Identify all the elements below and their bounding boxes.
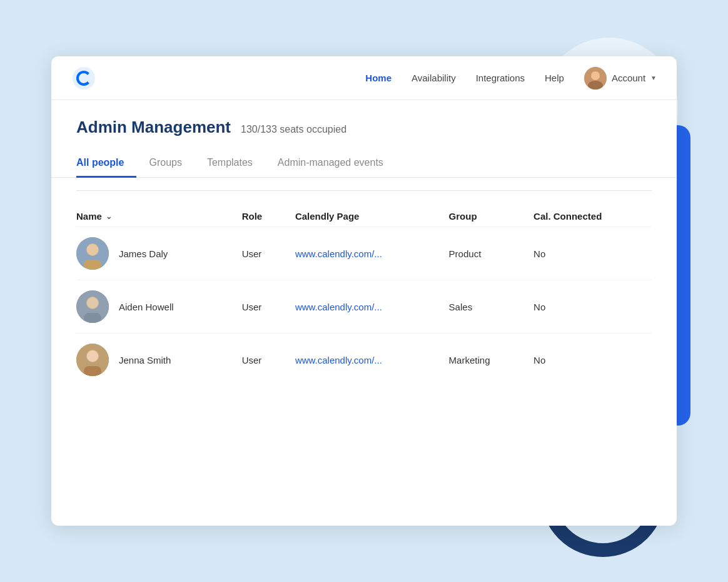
svg-rect-14 — [84, 366, 101, 376]
user-avatar-2 — [76, 344, 109, 376]
col-calendly-page: Calendly Page — [288, 206, 442, 227]
user-cell-2: Jenna Smith — [76, 334, 235, 387]
user-calendly-page-0[interactable]: www.calendly.com/... — [288, 227, 442, 280]
nav-home[interactable]: Home — [365, 73, 392, 83]
col-group: Group — [442, 206, 527, 227]
user-role-0: User — [235, 227, 288, 280]
nav-help[interactable]: Help — [545, 73, 564, 83]
page-title: Admin Management — [76, 118, 231, 137]
user-cal-connected-2: No — [526, 334, 652, 387]
user-group-2: Marketing — [442, 334, 527, 387]
tab-admin-managed-events[interactable]: Admin-managed events — [265, 150, 396, 178]
col-role: Role — [235, 206, 288, 227]
svg-point-11 — [87, 297, 98, 309]
people-table: Name ⌄ Role Calendly Page Group Cal. Con… — [76, 206, 652, 386]
svg-point-15 — [87, 350, 98, 362]
user-group-1: Sales — [442, 280, 527, 334]
chevron-down-icon: ▼ — [650, 74, 657, 81]
account-menu[interactable]: Account ▼ — [584, 67, 657, 89]
user-calendly-page-1[interactable]: www.calendly.com/... — [288, 280, 442, 334]
user-cal-connected-0: No — [526, 227, 652, 280]
account-label: Account — [612, 73, 645, 83]
seats-info: 130/133 seats occupied — [241, 124, 346, 135]
user-cal-connected-1: No — [526, 280, 652, 334]
table-section: Name ⌄ Role Calendly Page Group Cal. Con… — [51, 178, 677, 411]
svg-rect-10 — [84, 313, 101, 323]
svg-point-2 — [591, 71, 600, 80]
tab-all-people[interactable]: All people — [76, 150, 136, 178]
table-row: James Daly User www.calendly.com/... Pro… — [76, 227, 652, 280]
nav-integrations[interactable]: Integrations — [476, 73, 525, 83]
user-cell-1: Aiden Howell — [76, 280, 235, 334]
user-avatar-0 — [76, 237, 109, 270]
table-row: Aiden Howell User www.calendly.com/... S… — [76, 280, 652, 334]
col-name[interactable]: Name ⌄ — [76, 206, 235, 227]
nav-availability[interactable]: Availability — [412, 73, 456, 83]
user-name-1: Aiden Howell — [119, 302, 174, 312]
table-row: Jenna Smith User www.calendly.com/... Ma… — [76, 334, 652, 387]
svg-point-7 — [87, 244, 98, 255]
tab-templates[interactable]: Templates — [195, 150, 265, 178]
user-role-2: User — [235, 334, 288, 387]
user-calendly-page-2[interactable]: www.calendly.com/... — [288, 334, 442, 387]
user-group-0: Product — [442, 227, 527, 280]
tab-groups[interactable]: Groups — [136, 150, 194, 178]
col-cal-connected: Cal. Connected — [526, 206, 652, 227]
user-cell-0: James Daly — [76, 227, 235, 280]
page-header: Admin Management 130/133 seats occupied — [51, 100, 677, 137]
navbar-links: Home Availability Integrations Help — [365, 73, 564, 83]
svg-point-0 — [73, 67, 95, 89]
sort-icon: ⌄ — [106, 212, 112, 221]
account-avatar — [584, 67, 607, 89]
tabs: All people Groups Templates Admin-manage… — [51, 150, 677, 178]
section-divider — [76, 190, 652, 191]
main-card: Home Availability Integrations Help Acco… — [51, 56, 677, 526]
user-role-1: User — [235, 280, 288, 334]
user-name-0: James Daly — [119, 248, 168, 259]
user-avatar-1 — [76, 290, 109, 323]
navbar: Home Availability Integrations Help Acco… — [51, 56, 677, 100]
logo[interactable] — [71, 66, 96, 91]
svg-rect-6 — [84, 260, 101, 270]
user-name-2: Jenna Smith — [119, 355, 171, 365]
